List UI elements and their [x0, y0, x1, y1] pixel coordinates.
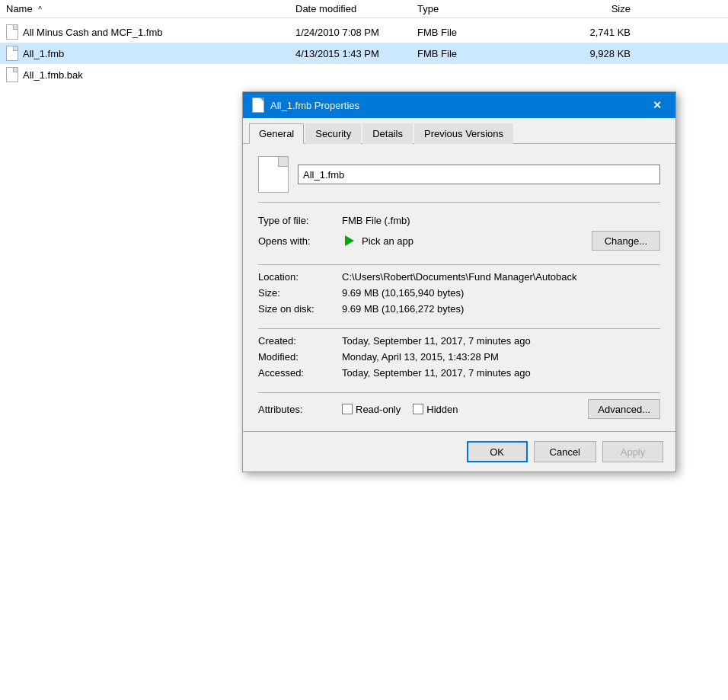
created-value: Today, September 11, 2017, 7 minutes ago	[342, 335, 660, 347]
pick-app-icon	[342, 233, 357, 248]
dialog-title-icon	[252, 97, 264, 113]
file-size: 9,928 KB	[539, 48, 631, 59]
list-item[interactable]: All_1.fmb.bak	[0, 64, 728, 85]
dates-section: Created: Today, September 11, 2017, 7 mi…	[258, 335, 660, 393]
hidden-checkbox-box[interactable]	[413, 404, 423, 414]
accessed-label: Accessed:	[258, 367, 342, 379]
file-icon	[6, 24, 18, 40]
file-size: 2,741 KB	[539, 27, 631, 38]
dialog-close-button[interactable]: ✕	[648, 96, 666, 114]
readonly-label: Read-only	[356, 404, 401, 415]
location-value: C:\Users\Robert\Documents\Fund Manager\A…	[342, 271, 660, 283]
type-value: FMB File (.fmb)	[342, 215, 660, 226]
tab-general[interactable]: General	[249, 123, 304, 144]
column-date[interactable]: Date modified	[295, 3, 417, 14]
size-on-disk-row: Size on disk: 9.69 MB (10,166,272 bytes)	[258, 303, 660, 315]
column-size[interactable]: Size	[539, 3, 631, 14]
file-icon	[6, 46, 18, 61]
hidden-label: Hidden	[426, 404, 458, 415]
tab-details[interactable]: Details	[362, 123, 413, 144]
dialog-body: Type of file: FMB File (.fmb) Opens with…	[243, 144, 675, 431]
column-date-label: Date modified	[295, 3, 356, 14]
checkbox-group: Read-only Hidden Advanced...	[342, 399, 660, 419]
dialog-tabs: General Security Details Previous Versio…	[243, 118, 675, 144]
created-row: Created: Today, September 11, 2017, 7 mi…	[258, 335, 660, 347]
tab-security[interactable]: Security	[305, 123, 361, 144]
big-file-icon	[258, 156, 289, 193]
column-name[interactable]: Name ^	[6, 3, 295, 14]
size-row: Size: 9.69 MB (10,165,940 bytes)	[258, 287, 660, 299]
sort-arrow: ^	[38, 5, 42, 14]
accessed-row: Accessed: Today, September 11, 2017, 7 m…	[258, 367, 660, 379]
location-row: Location: C:\Users\Robert\Documents\Fund…	[258, 271, 660, 283]
dialog-title-text: All_1.fmb Properties	[270, 100, 359, 111]
file-date: 1/24/2010 7:08 PM	[295, 27, 417, 38]
change-button[interactable]: Change...	[592, 231, 660, 251]
attributes-label: Attributes:	[258, 404, 342, 415]
size-section: Location: C:\Users\Robert\Documents\Fund…	[258, 271, 660, 329]
location-label: Location:	[258, 271, 342, 283]
size-value: 9.69 MB (10,165,940 bytes)	[342, 287, 660, 299]
column-type[interactable]: Type	[417, 3, 539, 14]
dialog-title-left: All_1.fmb Properties	[252, 97, 359, 113]
size-label: Size:	[258, 287, 342, 299]
readonly-checkbox[interactable]: Read-only	[342, 404, 401, 415]
ok-button[interactable]: OK	[467, 441, 528, 462]
file-icon	[6, 67, 18, 82]
advanced-button[interactable]: Advanced...	[588, 399, 660, 419]
app-arrow-icon	[345, 235, 354, 246]
filename-input[interactable]	[298, 165, 660, 184]
hidden-checkbox[interactable]: Hidden	[413, 404, 458, 415]
file-name: All_1.fmb	[23, 48, 295, 59]
file-name: All Minus Cash and MCF_1.fmb	[23, 27, 295, 38]
file-list: All Minus Cash and MCF_1.fmb 1/24/2010 7…	[0, 18, 728, 88]
type-label: Type of file:	[258, 215, 342, 226]
modified-value: Monday, April 13, 2015, 1:43:28 PM	[342, 351, 660, 363]
column-name-label: Name	[6, 3, 33, 14]
dialog-titlebar: All_1.fmb Properties ✕	[243, 92, 675, 118]
readonly-checkbox-box[interactable]	[342, 404, 353, 414]
file-type: FMB File	[417, 48, 539, 59]
attributes-section: Attributes: Read-only Hidden Advanced...	[258, 399, 660, 419]
explorer-column-headers: Name ^ Date modified Type Size	[0, 0, 728, 18]
modified-label: Modified:	[258, 351, 342, 363]
file-date: 4/13/2015 1:43 PM	[295, 48, 417, 59]
opens-with-label: Opens with:	[258, 235, 342, 247]
column-type-label: Type	[417, 3, 439, 14]
file-type: FMB File	[417, 27, 539, 38]
modified-row: Modified: Monday, April 13, 2015, 1:43:2…	[258, 351, 660, 363]
size-on-disk-value: 9.69 MB (10,166,272 bytes)	[342, 303, 660, 315]
properties-dialog: All_1.fmb Properties ✕ General Security …	[242, 91, 676, 472]
cancel-button[interactable]: Cancel	[534, 441, 596, 462]
column-size-label: Size	[611, 3, 631, 14]
tab-previous-versions[interactable]: Previous Versions	[414, 123, 513, 144]
dialog-footer: OK Cancel Apply	[243, 431, 675, 471]
list-item[interactable]: All Minus Cash and MCF_1.fmb 1/24/2010 7…	[0, 21, 728, 43]
opens-with-row: Opens with: Pick an app Change...	[258, 231, 660, 251]
opens-with-value: Pick an app	[362, 235, 592, 247]
created-label: Created:	[258, 335, 342, 347]
accessed-value: Today, September 11, 2017, 7 minutes ago	[342, 367, 660, 379]
type-row: Type of file: FMB File (.fmb)	[258, 215, 660, 226]
list-item[interactable]: All_1.fmb 4/13/2015 1:43 PM FMB File 9,9…	[0, 43, 728, 64]
size-on-disk-label: Size on disk:	[258, 303, 342, 315]
type-section: Type of file: FMB File (.fmb) Opens with…	[258, 215, 660, 265]
file-name: All_1.fmb.bak	[23, 69, 295, 81]
filename-section	[258, 156, 660, 203]
apply-button[interactable]: Apply	[602, 441, 663, 462]
